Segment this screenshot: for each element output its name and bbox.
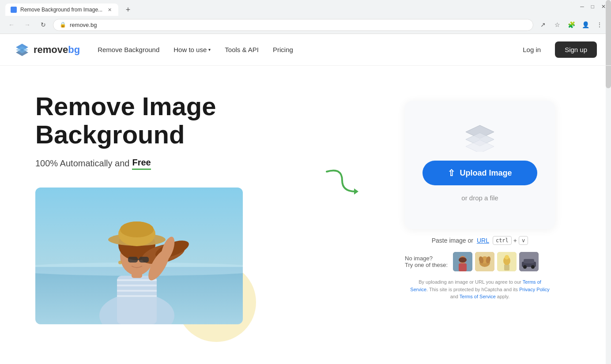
sample-image-figurine[interactable] [497, 252, 517, 271]
address-bar[interactable]: 🔒 remove.bg [53, 19, 533, 31]
hero-title: Remove Image Background [35, 92, 300, 149]
hero-right: ⇧ Upload Image or drop a file Paste imag… [384, 101, 576, 300]
svg-rect-7 [117, 276, 157, 324]
tab-title: Remove Background from Image... [20, 7, 102, 13]
share-button[interactable]: ↗ [537, 19, 549, 31]
login-button[interactable]: Log in [516, 42, 548, 57]
hero-section: Remove Image Background 100% Automatical… [0, 66, 611, 342]
nav-remove-bg[interactable]: Remove Background [98, 46, 159, 53]
nav-links: Remove Background How to use ▾ Tools & A… [98, 46, 516, 53]
hero-subtitle: 100% Automatically and Free [35, 158, 300, 170]
sample-label: No image? Try one of these: [405, 255, 448, 268]
svg-rect-10 [117, 290, 157, 292]
forward-button[interactable]: → [21, 19, 34, 31]
lock-icon: 🔒 [60, 22, 66, 28]
svg-point-47 [531, 265, 535, 269]
nav-tools-api[interactable]: Tools & API [225, 46, 259, 53]
upload-layers-icon [462, 123, 498, 152]
logo[interactable]: removebg [14, 42, 80, 58]
browser-tab[interactable]: Remove Background from Image... ✕ [5, 4, 118, 16]
nav-how-to-use[interactable]: How to use ▾ [173, 46, 211, 53]
svg-rect-22 [128, 257, 138, 263]
svg-rect-40 [504, 264, 509, 270]
svg-point-32 [459, 257, 467, 263]
page-wrapper: removebg Remove Background How to use ▾ … [0, 34, 611, 343]
url-link[interactable]: URL [477, 237, 489, 244]
reload-button[interactable]: ↻ [37, 19, 49, 31]
curved-arrow-icon [322, 163, 362, 198]
navbar: removebg Remove Background How to use ▾ … [0, 34, 611, 66]
sample-images [453, 252, 539, 271]
sample-image-woman[interactable] [453, 252, 472, 271]
hero-image-svg [35, 188, 243, 324]
terms2-link[interactable]: Terms of Service [460, 294, 496, 299]
paste-label: Paste image or [432, 237, 473, 244]
paste-shortcut: ctrl + v [493, 236, 528, 245]
nav-actions: Log in Sign up [516, 41, 597, 58]
back-button[interactable]: ← [5, 19, 18, 31]
upload-button[interactable]: ⇧ Upload Image [422, 161, 537, 185]
svg-point-46 [523, 265, 527, 269]
logo-icon [14, 42, 30, 58]
bookmark-button[interactable]: ☆ [551, 19, 563, 31]
drop-text: or drop a file [461, 194, 498, 202]
svg-rect-9 [117, 285, 157, 286]
privacy-link[interactable]: Privacy Policy [519, 287, 549, 292]
arrow-area [318, 163, 366, 198]
profile-button[interactable]: 👤 [579, 19, 592, 31]
plus-symbol: + [513, 237, 517, 244]
signup-button[interactable]: Sign up [555, 41, 597, 58]
sample-image-dog[interactable] [475, 252, 494, 271]
kbd-ctrl: ctrl [493, 236, 512, 245]
nav-pricing[interactable]: Pricing [273, 46, 293, 53]
extensions-button[interactable]: 🧩 [565, 19, 577, 31]
svg-rect-33 [459, 263, 467, 271]
window-close-button[interactable]: ✕ [601, 4, 606, 10]
tab-close-button[interactable]: ✕ [106, 6, 113, 13]
menu-button[interactable]: ⋮ [593, 19, 606, 31]
window-maximize-button[interactable]: □ [591, 4, 594, 10]
paste-area: Paste image or URL ctrl + v [432, 236, 528, 245]
svg-point-19 [120, 221, 154, 237]
sample-area: No image? Try one of these: [405, 252, 555, 271]
svg-marker-26 [354, 188, 358, 195]
svg-rect-11 [117, 295, 157, 297]
sample-image-car[interactable] [519, 252, 539, 271]
url-text: remove.bg [70, 22, 527, 28]
footer-note: By uploading an image or URL you agree t… [405, 278, 555, 300]
hero-left: Remove Image Background 100% Automatical… [35, 92, 300, 324]
logo-text: removebg [34, 44, 80, 56]
window-minimize-button[interactable]: ─ [580, 4, 584, 10]
upload-icon: ⇧ [448, 168, 455, 178]
svg-rect-23 [139, 257, 149, 263]
kbd-v: v [519, 236, 528, 245]
svg-point-25 [118, 261, 122, 264]
upload-box: ⇧ Upload Image or drop a file [405, 101, 555, 229]
svg-point-42 [505, 255, 509, 259]
new-tab-button[interactable]: + [122, 4, 134, 16]
svg-rect-45 [524, 259, 534, 263]
chevron-down-icon: ▾ [208, 47, 211, 52]
hero-image [35, 188, 243, 324]
tab-favicon [11, 7, 17, 13]
